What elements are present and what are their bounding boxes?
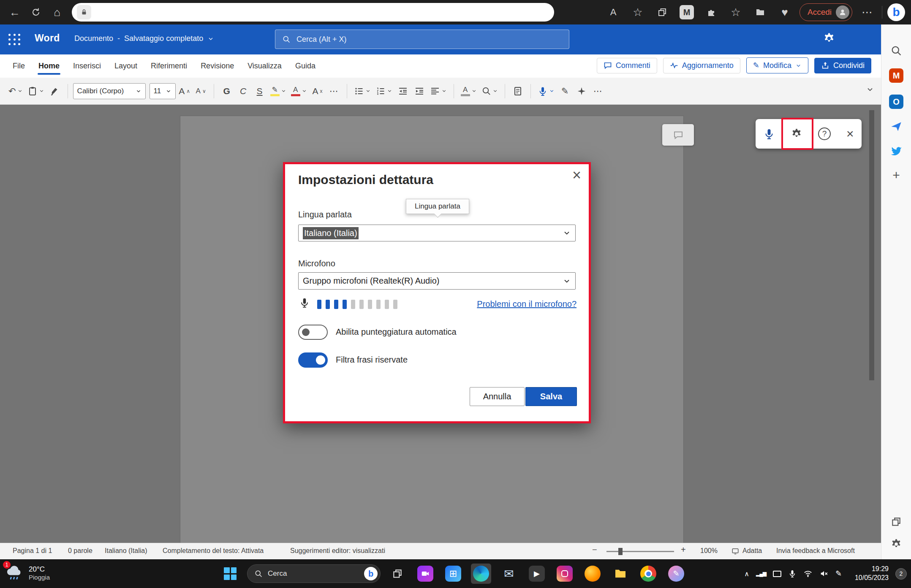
sidebar-add-icon[interactable]: + (892, 169, 900, 182)
tray-wifi-icon[interactable] (803, 569, 813, 578)
notification-count-badge[interactable]: 2 (895, 568, 907, 580)
edit-mode-button[interactable]: ✎ Modifica (746, 57, 808, 73)
tray-tablet-icon[interactable] (773, 571, 781, 577)
dictation-help-icon[interactable]: ? (818, 127, 831, 140)
dialog-close-icon[interactable]: × (572, 166, 581, 184)
tab-guida[interactable]: Guida (295, 54, 315, 78)
status-page-count[interactable]: Pagina 1 di 1 (13, 547, 52, 555)
taskbar-search[interactable]: Cerca b (247, 564, 381, 583)
sidebar-send-icon[interactable] (890, 121, 902, 133)
tab-file[interactable]: File (13, 54, 25, 78)
collapse-ribbon-icon[interactable] (866, 85, 874, 94)
paste-button[interactable] (26, 82, 46, 100)
update-button[interactable]: Aggiornamento (663, 58, 740, 73)
status-word-count[interactable]: 0 parole (68, 547, 92, 555)
tray-chevron-icon[interactable]: ∧ (744, 570, 749, 578)
split-screen-icon[interactable] (653, 3, 672, 22)
feedback-link[interactable]: Invia feedback a Microsoft (776, 547, 855, 555)
task-view-icon[interactable] (387, 564, 408, 584)
comments-button[interactable]: Commenti (597, 58, 657, 73)
styles-button[interactable]: A (459, 82, 479, 100)
undo-button[interactable]: ↶ (7, 82, 24, 100)
word-search-input[interactable]: Cerca (Alt + X) (275, 30, 569, 49)
refresh-icon[interactable] (25, 3, 46, 22)
decrease-indent-button[interactable] (395, 82, 411, 100)
start-button[interactable] (220, 564, 240, 584)
movies-icon[interactable]: ▶ (527, 564, 547, 584)
page-comment-button[interactable] (662, 124, 694, 146)
format-painter-button[interactable] (47, 82, 63, 100)
doc-name[interactable]: Documento (74, 34, 113, 43)
bing-sidebar-icon[interactable]: b (887, 3, 905, 21)
tab-home[interactable]: Home (38, 54, 60, 78)
save-button[interactable]: Salva (525, 387, 577, 406)
zoom-slider-track[interactable] (606, 551, 674, 552)
designer-button[interactable] (574, 82, 589, 100)
filter-sensitive-toggle[interactable] (298, 352, 328, 368)
tray-performance-icon[interactable]: ▂▄▆ (756, 571, 766, 577)
dictate-button[interactable] (536, 82, 556, 100)
zoom-slider-thumb[interactable] (618, 548, 623, 555)
store-icon[interactable]: ⊞ (443, 564, 463, 584)
share-button[interactable]: Condividi (814, 58, 871, 73)
browser-menu-icon[interactable]: ⋯ (857, 3, 877, 22)
font-name-select[interactable]: Calibri (Corpo) (73, 83, 146, 99)
more-toolbar-button[interactable]: ⋯ (590, 82, 606, 100)
tab-revisione[interactable]: Revisione (201, 54, 234, 78)
spoken-language-select[interactable]: Italiano (Italia) (298, 225, 576, 241)
file-explorer-icon[interactable] (610, 564, 631, 584)
address-bar[interactable] (72, 3, 554, 22)
favorites-icon[interactable]: ☆ (726, 3, 745, 22)
tab-visualizza[interactable]: Visualizza (247, 54, 282, 78)
collections-icon[interactable] (751, 3, 770, 22)
mcafee-extension-icon[interactable]: M (677, 3, 696, 22)
home-icon[interactable]: ⌂ (46, 3, 68, 22)
alignment-button[interactable] (428, 82, 449, 100)
tab-riferimenti[interactable]: Riferimenti (151, 54, 187, 78)
tab-inserisci[interactable]: Inserisci (73, 54, 101, 78)
italic-button[interactable]: C (236, 82, 251, 100)
bold-button[interactable]: G (219, 82, 234, 100)
font-size-select[interactable]: 11 (150, 83, 176, 99)
zoom-in-icon[interactable]: + (681, 545, 686, 555)
microphone-help-link[interactable]: Problemi con il microfono? (477, 299, 577, 309)
favorite-add-icon[interactable]: ☆ (628, 3, 647, 22)
clear-formatting-button[interactable]: Ax (310, 82, 325, 100)
sidebar-settings-gear-icon[interactable] (890, 538, 902, 550)
more-font-options-button[interactable]: ⋯ (326, 82, 342, 100)
dictation-close-icon[interactable]: × (846, 127, 854, 140)
signin-button[interactable]: Accedi (800, 3, 852, 21)
read-aloud-icon[interactable]: A (604, 3, 623, 22)
browser-essentials-icon[interactable]: ♥ (775, 3, 794, 22)
find-button[interactable] (480, 82, 500, 100)
tray-mic-icon[interactable] (788, 569, 797, 578)
highlight-color-button[interactable]: ✎ (269, 82, 288, 100)
increase-indent-button[interactable] (412, 82, 427, 100)
clipchamp-icon[interactable] (415, 564, 435, 584)
save-status[interactable]: Salvataggio completato (124, 34, 203, 43)
extensions-icon[interactable] (702, 3, 721, 22)
status-language[interactable]: Italiano (Italia) (105, 547, 147, 555)
shrink-font-button[interactable]: A∨ (193, 82, 209, 100)
font-color-button[interactable]: A (289, 82, 309, 100)
cancel-button[interactable]: Annulla (470, 387, 525, 406)
zoom-out-icon[interactable]: − (592, 545, 597, 555)
zoom-level[interactable]: 100% (700, 547, 718, 555)
instagram-icon[interactable] (555, 564, 575, 584)
app-launcher-icon[interactable] (8, 34, 21, 46)
numbering-button[interactable] (374, 82, 394, 100)
sidebar-search-icon[interactable] (890, 45, 902, 57)
fit-button[interactable]: Adatta (742, 547, 762, 555)
tray-pen-icon[interactable]: ✎ (835, 569, 842, 578)
underline-button[interactable]: S (252, 82, 267, 100)
firefox-icon[interactable] (582, 564, 603, 584)
bullets-button[interactable] (352, 82, 373, 100)
dictation-mic-icon[interactable] (763, 128, 775, 140)
sidebar-layout-icon[interactable] (891, 516, 902, 527)
document-title[interactable]: Documento - Salvataggio completato (74, 34, 214, 43)
auto-punctuation-toggle[interactable] (298, 325, 328, 340)
status-text-completion[interactable]: Completamento del testo: Attivata (163, 547, 264, 555)
tab-layout[interactable]: Layout (114, 54, 137, 78)
weather-widget[interactable]: 1 20°C Pioggia (5, 564, 50, 582)
paint-icon[interactable]: ✎ (666, 564, 686, 584)
